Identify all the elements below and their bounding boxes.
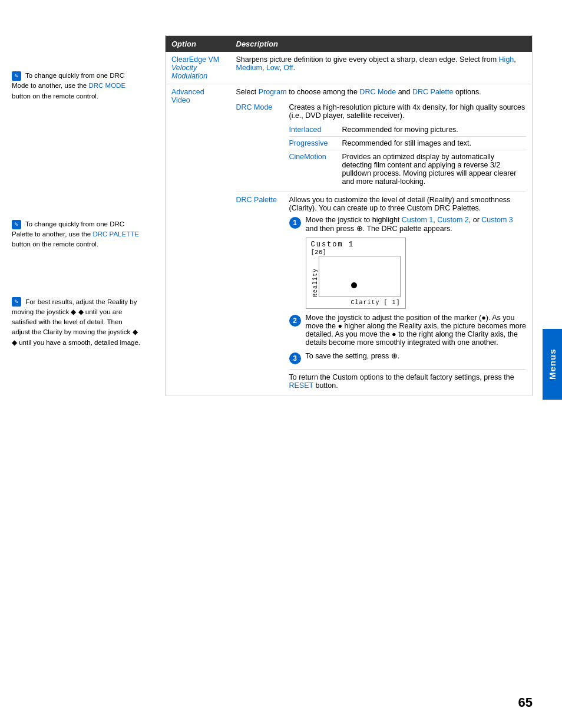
drc-mode-top-desc: Creates a high-resolution picture with 4… [289, 103, 527, 120]
drc-palette-option: DRC Palette [236, 192, 289, 393]
page-container: Menus ✎ To change quickly from one DRC M… [0, 0, 562, 728]
sub-table: DRC Mode Creates a high-resolution pictu… [236, 101, 527, 392]
interlaced-option: Interlaced [289, 123, 342, 137]
palette-grid [319, 256, 401, 297]
clearedge-option: ClearEdge VMVelocityModulation [166, 52, 230, 84]
palette-footer: To return the Custom options to the defa… [289, 369, 527, 390]
drc-mode-desc-cell: Creates a high-resolution picture with 4… [289, 101, 527, 192]
table-row-clearedge: ClearEdge VMVelocityModulation Sharpens … [166, 52, 533, 84]
interlaced-desc: Recommended for moving pictures. [342, 123, 527, 137]
note-text-1: To change quickly from one DRC Mode to a… [12, 72, 125, 100]
palette-box-value: [26] [306, 249, 405, 256]
note-icon-1: ✎ [12, 71, 21, 81]
table-row-advanced-video: Advanced Video Select Program to choose … [166, 84, 533, 396]
drc-palette-sub-link[interactable]: DRC Palette [236, 196, 277, 204]
step-3: 3 To save the setting, press ⊕. [289, 351, 527, 364]
cinemotion-option: CineMotion [289, 150, 342, 189]
custom3-link[interactable]: Custom 3 [481, 216, 513, 224]
step-3-text: To save the setting, press ⊕. [306, 351, 400, 360]
drc-mode-option: DRC Mode [236, 101, 289, 192]
header-option: Option [166, 36, 230, 52]
step-1: 1 Move the joystick to highlight Custom … [289, 216, 527, 233]
reset-link[interactable]: RESET [289, 381, 313, 390]
page-number: 65 [518, 695, 533, 710]
interlaced-row: Interlaced Recommended for moving pictur… [289, 123, 527, 137]
low-link[interactable]: Low [266, 64, 279, 72]
palette-y-label: Reality [311, 256, 319, 297]
step-2: 2 Move the joystick to adjust the positi… [289, 314, 527, 347]
palette-box-title: Custom 1 [306, 238, 405, 249]
cinemotion-row: CineMotion Provides an optimized display… [289, 150, 527, 189]
palette-box-chart: Reality [311, 256, 401, 297]
note-text-3: For best results, adjust the Reality by … [12, 298, 140, 346]
advanced-video-link[interactable]: Advanced Video [171, 88, 204, 104]
step-2-badge: 2 [289, 315, 301, 327]
main-table: Option Description ClearEdge VMVelocityM… [165, 35, 533, 396]
palette-dot [351, 282, 357, 288]
custom1-link[interactable]: Custom 1 [402, 216, 434, 224]
step-1-text: Move the joystick to highlight Custom 1,… [306, 216, 527, 233]
program-link[interactable]: Program [259, 88, 287, 96]
step-1-badge: 1 [289, 217, 301, 229]
note-icon-2: ✎ [12, 220, 21, 229]
drc-mode-link[interactable]: DRC MODE [88, 82, 125, 89]
header-description: Description [230, 36, 533, 52]
note-text-2: To change quickly from one DRC Palette t… [12, 220, 139, 248]
clearedge-desc: Sharpens picture definition to give ever… [230, 52, 533, 84]
drc-mode-sub-link[interactable]: DRC Mode [236, 103, 273, 111]
drc-palette-row: DRC Palette Allows you to customize the … [236, 192, 527, 393]
advanced-video-desc: Select Program to choose among the DRC M… [230, 84, 533, 396]
note-block-2: ✎ To change quickly from one DRC Palette… [12, 219, 141, 250]
palette-x-label: Clarity [ 1] [306, 299, 405, 308]
custom2-link[interactable]: Custom 2 [437, 216, 469, 224]
drc-palette-intro: Allows you to customize the level of det… [289, 196, 527, 212]
progressive-option: Progressive [289, 137, 342, 150]
clearedge-link[interactable]: ClearEdge VMVelocityModulation [171, 55, 219, 80]
interlaced-link[interactable]: Interlaced [289, 126, 322, 134]
side-tab: Menus [543, 329, 562, 400]
high-link[interactable]: High [499, 55, 514, 64]
step-2-text: Move the joystick to adjust the position… [306, 314, 527, 347]
drc-mode-row: DRC Mode Creates a high-resolution pictu… [236, 101, 527, 192]
progressive-desc: Recommended for still images and text. [342, 137, 527, 150]
off-link[interactable]: Off [283, 64, 293, 72]
note-icon-3: ✎ [12, 297, 21, 307]
progressive-row: Progressive Recommended for still images… [289, 137, 527, 150]
cinemotion-desc: Provides an optimized display by automat… [342, 150, 527, 189]
drc-palette-link[interactable]: DRC PALETTE [92, 230, 138, 238]
progressive-link[interactable]: Progressive [289, 139, 328, 147]
drc-palette-text-link[interactable]: DRC Palette [412, 88, 453, 96]
drc-mode-text-link[interactable]: DRC Mode [359, 88, 396, 96]
note-block-1: ✎ To change quickly from one DRC Mode to… [12, 71, 141, 101]
drc-sub-sub-table: Interlaced Recommended for moving pictur… [289, 123, 527, 188]
main-content: Option Description ClearEdge VMVelocityM… [165, 35, 533, 396]
palette-box: Custom 1 [26] Reality [306, 238, 406, 309]
note-block-3: ✎ For best results, adjust the Reality b… [12, 297, 141, 348]
drc-palette-desc-cell: Allows you to customize the level of det… [289, 192, 527, 393]
cinemotion-link[interactable]: CineMotion [289, 153, 326, 161]
left-notes: ✎ To change quickly from one DRC Mode to… [12, 71, 141, 365]
advanced-video-option: Advanced Video [166, 84, 230, 396]
step-3-badge: 3 [289, 353, 301, 364]
medium-link[interactable]: Medium [236, 64, 262, 72]
